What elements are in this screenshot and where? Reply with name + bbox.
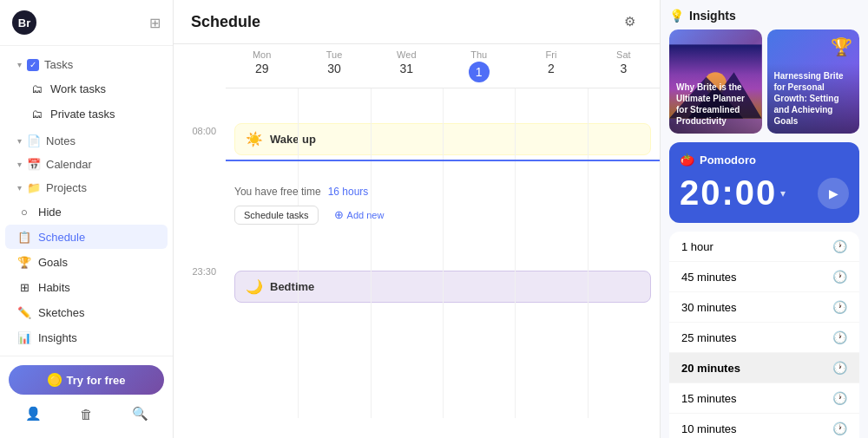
sun-icon: ☀️ <box>246 131 263 147</box>
projects-icon: 📁 <box>27 180 41 194</box>
day-header-sat: Sat 3 <box>588 44 660 88</box>
timer-option-45min[interactable]: 45 minutes 🕐 <box>669 262 859 292</box>
timer-10min-label: 10 minutes <box>681 422 737 435</box>
goals-label: Goals <box>38 256 68 269</box>
settings-button[interactable]: ⚙ <box>616 9 642 35</box>
free-time-hours-link[interactable]: 16 hours <box>328 186 369 198</box>
timer-option-1hour[interactable]: 1 hour 🕐 <box>669 232 859 262</box>
timer-option-10min[interactable]: 10 minutes 🕐 <box>669 414 859 438</box>
timer-option-25min[interactable]: 25 minutes 🕐 <box>669 323 859 353</box>
sketches-label: Sketches <box>38 306 84 319</box>
insight-card-2[interactable]: 🏆 Harnessing Brite for Personal Growth: … <box>767 29 860 134</box>
free-time-actions: Schedule tasks ⊕ Add new <box>234 205 392 225</box>
sidebar-item-habits[interactable]: ⊞ Habits <box>5 275 168 299</box>
calendar-grid: Mon 29 Tue 30 Wed 31 Thu 1 Fri 2 <box>226 44 660 438</box>
sidebar-item-goals[interactable]: 🏆 Goals <box>5 250 168 274</box>
clock-icon: 🕐 <box>832 422 847 435</box>
header-actions: ⚙ <box>616 9 642 35</box>
time-label-23: 23:30 <box>174 266 221 277</box>
habits-label: Habits <box>38 281 70 294</box>
grid-body: ☀️ Wake up 13:13 You have free time 16 h… <box>226 88 660 418</box>
day-header-thu: Thu 1 <box>443 44 515 88</box>
hide-icon: ○ <box>17 205 31 219</box>
pomodoro-header: 🍅 Pomodoro <box>680 153 849 167</box>
sidebar-item-sketches[interactable]: ✏️ Sketches <box>5 300 168 324</box>
sidebar-item-hide[interactable]: ○ Hide <box>5 199 168 224</box>
sidebar-item-insights[interactable]: 📊 Insights <box>5 325 168 350</box>
timer-option-20min[interactable]: 20 minutes 🕐 <box>669 353 859 383</box>
chevron-right-icon: ▾ <box>17 136 22 146</box>
pomodoro-play-button[interactable]: ▶ <box>818 178 849 209</box>
timer-45min-label: 45 minutes <box>681 271 737 284</box>
sketches-icon: ✏️ <box>17 305 31 319</box>
lock-icon: 🗂 <box>30 107 43 121</box>
wake-up-title: Wake up <box>270 133 316 146</box>
page-title: Schedule <box>191 13 616 31</box>
sidebar-item-schedule[interactable]: 📋 Schedule <box>5 225 168 249</box>
timer-option-15min[interactable]: 15 minutes 🕐 <box>669 383 859 414</box>
clock-icon: 🕐 <box>832 361 847 375</box>
pomodoro-dropdown-icon[interactable]: ▾ <box>780 187 786 199</box>
timer-options-list: 1 hour 🕐 45 minutes 🕐 30 minutes 🕐 25 mi… <box>669 232 859 438</box>
insights-cards: Why Brite is the Ultimate Planner for St… <box>669 29 859 134</box>
insights-nav-icon: 📊 <box>17 330 31 344</box>
sidebar-toggle-button[interactable]: ⊞ <box>149 15 161 31</box>
tasks-group-header[interactable]: ▾ ✓ Tasks <box>5 54 168 75</box>
tasks-label: Tasks <box>44 58 73 71</box>
time-label-08: 08:00 <box>174 126 221 136</box>
calendar-label: Calendar <box>46 158 92 171</box>
private-tasks-label: Private tasks <box>50 108 115 121</box>
pomodoro-timer-row: 20:00 ▾ ▶ <box>680 173 849 212</box>
main-header: Schedule ⚙ <box>174 0 660 44</box>
sidebar-item-notes[interactable]: ▾ 📄 Notes <box>5 129 168 152</box>
coin-icon: 🟡 <box>48 373 62 387</box>
notes-label: Notes <box>46 134 76 147</box>
schedule-tasks-button[interactable]: Schedule tasks <box>234 206 319 225</box>
time-column: 08:00 23:30 <box>174 44 226 438</box>
chevron-right-icon: ▾ <box>17 183 22 193</box>
chevron-right-icon: ▾ <box>17 160 22 169</box>
pomodoro-time-display: 20:00 <box>680 173 777 212</box>
add-new-button[interactable]: ⊕ Add new <box>326 205 393 225</box>
schedule-label: Schedule <box>38 231 85 244</box>
pomodoro-title: Pomodoro <box>700 154 756 167</box>
tasks-checkbox-icon: ✓ <box>27 59 39 71</box>
sidebar-item-private-tasks[interactable]: 🗂 Private tasks <box>5 101 168 126</box>
tasks-section: ▾ ✓ Tasks 🗂 Work tasks 🗂 Private tasks <box>0 54 173 126</box>
insight-card-1-text: Why Brite is the Ultimate Planner for St… <box>669 75 762 134</box>
clock-icon: 🕐 <box>832 391 847 405</box>
calendar-area: 08:00 23:30 Mon 29 Tue 30 Wed 31 <box>174 44 660 438</box>
trash-icon[interactable]: 🗑 <box>75 402 99 426</box>
free-time-text: You have free time <box>234 186 321 198</box>
events-layer: ☀️ Wake up 13:13 You have free time 16 h… <box>226 88 660 418</box>
hide-label: Hide <box>38 206 62 219</box>
timer-30min-label: 30 minutes <box>681 301 737 314</box>
insights-section: 💡 Insights <box>661 0 868 142</box>
timer-option-30min[interactable]: 30 minutes 🕐 <box>669 292 859 323</box>
insights-nav-label: Insights <box>38 331 77 344</box>
right-panel: 💡 Insights <box>660 0 868 438</box>
brand-logo[interactable]: Br <box>12 10 36 35</box>
sidebar-header: Br ⊞ <box>0 0 173 46</box>
play-icon: ▶ <box>829 186 838 200</box>
sidebar-item-work-tasks[interactable]: 🗂 Work tasks <box>5 76 168 101</box>
calendar-icon: 📅 <box>27 157 41 171</box>
add-new-label: Add new <box>347 210 385 220</box>
timer-20min-label: 20 minutes <box>681 362 740 375</box>
search-icon[interactable]: 🔍 <box>128 402 152 426</box>
try-for-free-button[interactable]: 🟡 Try for free <box>9 365 164 395</box>
chevron-down-icon: ▾ <box>17 60 22 69</box>
sidebar-item-projects[interactable]: ▾ 📁 Projects <box>5 176 168 199</box>
sidebar-item-calendar[interactable]: ▾ 📅 Calendar <box>5 153 168 175</box>
current-time-indicator <box>226 160 660 161</box>
day-header-mon: Mon 29 <box>226 44 298 88</box>
schedule-icon: 📋 <box>17 230 31 244</box>
briefcase-icon: 🗂 <box>30 82 43 95</box>
plus-icon: ⊕ <box>334 208 344 221</box>
clock-icon: 🕐 <box>832 300 847 314</box>
user-avatar[interactable]: 👤 <box>21 402 45 426</box>
free-time-banner: You have free time 16 hours <box>234 186 651 198</box>
habits-icon: ⊞ <box>17 280 31 294</box>
sidebar-actions: 👤 🗑 🔍 <box>9 395 164 429</box>
insight-card-1[interactable]: Why Brite is the Ultimate Planner for St… <box>669 29 762 134</box>
